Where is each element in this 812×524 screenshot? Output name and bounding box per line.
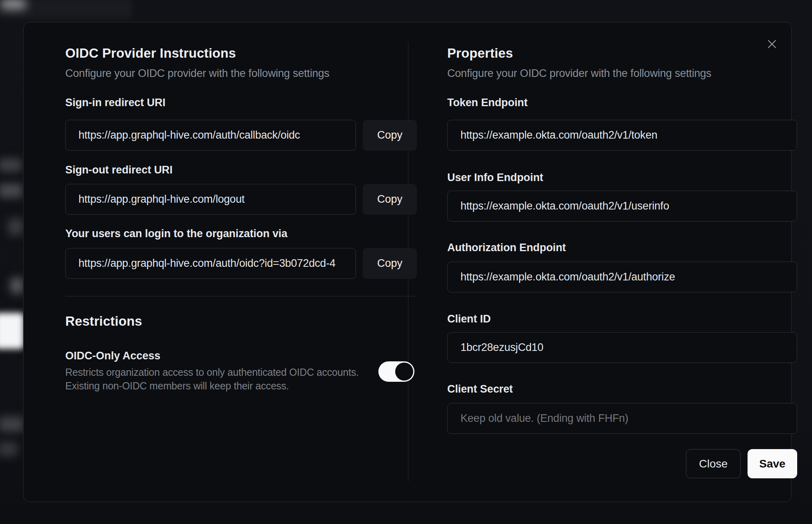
background-blur-text-3 <box>0 417 24 432</box>
background-blur-topleft <box>0 0 132 18</box>
userinfo-endpoint-label: User Info Endpoint <box>447 171 543 184</box>
properties-title: Properties <box>447 46 513 61</box>
client-id-input[interactable] <box>447 332 797 363</box>
client-id-label: Client ID <box>447 313 491 325</box>
background-blur-blob-2 <box>10 278 23 294</box>
authorization-endpoint-input[interactable] <box>447 262 797 292</box>
background-blur-topleft-glow <box>1 0 26 9</box>
client-secret-input[interactable] <box>447 403 797 434</box>
restrictions-title: Restrictions <box>65 314 142 329</box>
toggle-thumb <box>395 363 413 381</box>
properties-panel: Properties Configure your OIDC provider … <box>447 22 797 502</box>
instructions-panel: OIDC Provider Instructions Configure you… <box>65 22 415 502</box>
oidc-only-access-toggle[interactable] <box>378 361 414 382</box>
login-via-input[interactable] <box>65 248 356 279</box>
login-via-label: Your users can login to the organization… <box>65 228 287 240</box>
oidc-only-access-description: Restricts organization access to only au… <box>65 365 359 393</box>
oidc-settings-dialog: OIDC Provider Instructions Configure you… <box>23 22 792 502</box>
restrictions-divider <box>65 296 415 296</box>
signout-redirect-uri-label: Sign-out redirect URI <box>65 164 173 176</box>
signout-redirect-uri-input[interactable] <box>65 184 356 215</box>
background-blur-text-1 <box>0 158 22 172</box>
close-button[interactable]: Close <box>686 449 741 478</box>
client-secret-label: Client Secret <box>447 383 513 395</box>
copy-signout-uri-button[interactable]: Copy <box>363 184 417 215</box>
background-blur-text-4 <box>0 442 18 456</box>
token-endpoint-input[interactable] <box>447 120 797 151</box>
signin-redirect-uri-label: Sign-in redirect URI <box>65 97 165 109</box>
authorization-endpoint-label: Authorization Endpoint <box>447 242 566 254</box>
properties-subtitle: Configure your OIDC provider with the fo… <box>447 67 712 80</box>
save-button[interactable]: Save <box>748 449 797 478</box>
oidc-only-access-label: OIDC-Only Access <box>65 350 161 362</box>
instructions-title: OIDC Provider Instructions <box>65 46 236 61</box>
instructions-subtitle: Configure your OIDC provider with the fo… <box>65 67 330 80</box>
copy-login-via-button[interactable]: Copy <box>363 248 417 279</box>
token-endpoint-label: Token Endpoint <box>447 97 528 109</box>
dialog-footer: Close Save <box>447 449 797 478</box>
background-blur-white-button <box>0 313 24 349</box>
background-blur-blob-1 <box>8 218 23 235</box>
copy-signin-uri-button[interactable]: Copy <box>363 120 417 151</box>
signin-redirect-uri-input[interactable] <box>65 120 356 151</box>
background-blur-text-2 <box>0 183 22 198</box>
userinfo-endpoint-input[interactable] <box>447 191 797 222</box>
